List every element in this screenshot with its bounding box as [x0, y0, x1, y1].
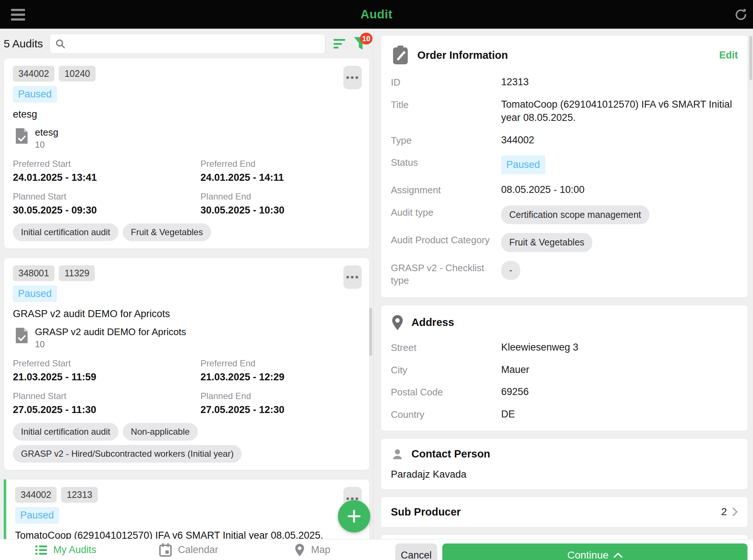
- planned-end-value: 30.05.2025 - 10:30: [200, 205, 360, 216]
- audit-card[interactable]: 348001 11329 ●●● Paused GRASP v2 audit D…: [4, 258, 370, 470]
- postal-code-label: Postal Code: [391, 385, 501, 399]
- main-split: 5 Audits 10: [0, 29, 753, 539]
- audit-kind-chip: Initial certification audit: [13, 223, 118, 241]
- dates-grid: Preferred Start 24.01.2025 - 13:41 Prefe…: [13, 159, 360, 216]
- preferred-end-label: Preferred End: [200, 159, 360, 169]
- search-input[interactable]: [69, 38, 320, 50]
- country-value: DE: [501, 408, 738, 421]
- audit-count-label: 5 Audits: [4, 37, 43, 50]
- doc-row: GRASP v2 audit DEMO for Apricots 10: [14, 326, 360, 349]
- plus-icon: [347, 509, 361, 523]
- postal-code-value: 69256: [501, 385, 738, 398]
- doc-title: etesg: [35, 127, 58, 138]
- type-tag: 344002: [13, 66, 54, 82]
- tag-row: 344002 10240: [13, 66, 360, 82]
- document-check-icon: [14, 326, 29, 345]
- audit-card[interactable]: 344002 10240 ●●● Paused etesg etesg: [4, 58, 370, 249]
- preferred-end-value: 24.01.2025 - 14:11: [200, 172, 360, 183]
- location-pin-icon: [391, 314, 404, 331]
- audit-cards: 344002 10240 ●●● Paused etesg etesg: [0, 58, 373, 539]
- planned-start-label: Planned Start: [13, 191, 200, 202]
- sort-icon[interactable]: [333, 39, 346, 49]
- doc-number: 10: [35, 339, 186, 349]
- planned-end-label: Planned End: [200, 191, 360, 202]
- continue-button[interactable]: Continue: [442, 543, 747, 560]
- title-label: Title: [391, 98, 501, 111]
- edit-button[interactable]: Edit: [719, 50, 738, 61]
- tab-label: Map: [311, 544, 331, 556]
- chevron-up-icon: [614, 553, 622, 558]
- scope-list-card[interactable]: Scope List 4 Technical Objects Smart For…: [381, 535, 748, 539]
- chip-row: Initial certification audit Fruit & Vege…: [13, 223, 360, 241]
- grasp-chip: GRASP v2 - Hired/Subcontracted workers (…: [13, 445, 242, 463]
- address-header: Address: [391, 314, 738, 331]
- id-label: ID: [391, 75, 501, 89]
- contact-person-card: Contact Person Paradajz Kavada: [381, 438, 748, 489]
- audit-list-panel: 5 Audits 10: [0, 29, 374, 539]
- title-value: TomatoCoop (6291041012570) IFA v6 SMART …: [501, 98, 738, 125]
- filter-button[interactable]: 10: [353, 34, 370, 53]
- status-badge: Paused: [501, 155, 545, 174]
- grasp-chip: -: [501, 261, 520, 280]
- refresh-icon[interactable]: [734, 8, 748, 22]
- audit-title: etesg: [13, 108, 360, 121]
- audit-title: GRASP v2 audit DEMO for Apricots: [13, 308, 360, 320]
- person-icon: [391, 448, 404, 461]
- contact-person-header: Contact Person: [391, 448, 738, 461]
- clipboard-edit-icon: [391, 44, 410, 66]
- tab-calendar[interactable]: Calendar: [159, 539, 218, 560]
- search-box[interactable]: [50, 34, 325, 54]
- preferred-end-label: Preferred End: [200, 358, 360, 369]
- detail-scrollbar[interactable]: [749, 36, 752, 80]
- id-tag: 12313: [61, 487, 98, 503]
- continue-label: Continue: [567, 549, 609, 560]
- city-value: Mauer: [501, 363, 738, 376]
- planned-start-value: 27.05.2025 - 11:30: [13, 404, 200, 416]
- audit-product-chip: Fruit & Vegetables: [501, 233, 592, 252]
- app-root: Audit 5 Audits: [0, 0, 753, 560]
- top-bar: Audit: [0, 0, 753, 29]
- cancel-button[interactable]: Cancel: [395, 543, 437, 560]
- map-pin-icon: [294, 543, 305, 557]
- sub-producer-count: 2: [721, 506, 727, 518]
- tab-my-audits[interactable]: My Audits: [35, 539, 96, 560]
- planned-end-label: Planned End: [200, 391, 360, 401]
- section-title: Sub Producer: [391, 506, 461, 518]
- section-title: Contact Person: [411, 448, 490, 460]
- planned-end-value: 27.05.2025 - 12:30: [200, 404, 360, 416]
- doc-title: GRASP v2 audit DEMO for Apricots: [35, 326, 186, 338]
- tab-label: Calendar: [178, 544, 218, 556]
- id-value: 12313: [501, 75, 738, 89]
- product-chip: Fruit & Vegetables: [123, 223, 211, 241]
- sub-producer-card[interactable]: Sub Producer 2: [381, 497, 748, 527]
- order-information-header: Order Information Edit: [391, 44, 738, 66]
- section-title: Address: [411, 316, 454, 329]
- audit-card-selected[interactable]: 344002 12313 ●●● Paused TomatoCoop (6291…: [4, 479, 370, 539]
- assignment-label: Assignment: [391, 183, 501, 197]
- tag-row: 344002 12313: [15, 487, 360, 503]
- add-audit-fab[interactable]: [338, 500, 370, 532]
- card-more-button[interactable]: ●●●: [343, 66, 362, 89]
- search-icon: [55, 39, 65, 49]
- product-chip: Non-applicable: [123, 423, 198, 441]
- audit-kind-chip: Initial certification audit: [13, 423, 118, 441]
- chip-row: Initial certification audit Non-applicab…: [13, 423, 360, 463]
- type-value: 344002: [501, 133, 738, 147]
- status-badge: Paused: [13, 86, 57, 103]
- audit-type-chip: Certification scope management: [501, 205, 649, 225]
- preferred-start-value: 24.01.2025 - 13:41: [13, 172, 200, 183]
- section-title: Order Information: [417, 49, 508, 61]
- card-more-button[interactable]: ●●●: [343, 265, 362, 289]
- audit-product-label: Audit Product Category: [391, 233, 501, 247]
- bottom-bar: My Audits Calendar Map Cancel Continue: [0, 539, 753, 560]
- street-label: Street: [391, 341, 501, 354]
- preferred-start-label: Preferred Start: [13, 358, 200, 369]
- id-tag: 10240: [59, 66, 96, 82]
- filter-count-badge: 10: [360, 33, 372, 44]
- list-scrollbar[interactable]: [369, 308, 372, 356]
- page-title: Audit: [0, 0, 753, 29]
- tab-map[interactable]: Map: [294, 539, 331, 560]
- doc-number: 10: [35, 140, 58, 150]
- audit-detail-panel: Order Information Edit ID 12313 Title To…: [374, 29, 753, 539]
- audit-type-label: Audit type: [391, 205, 501, 219]
